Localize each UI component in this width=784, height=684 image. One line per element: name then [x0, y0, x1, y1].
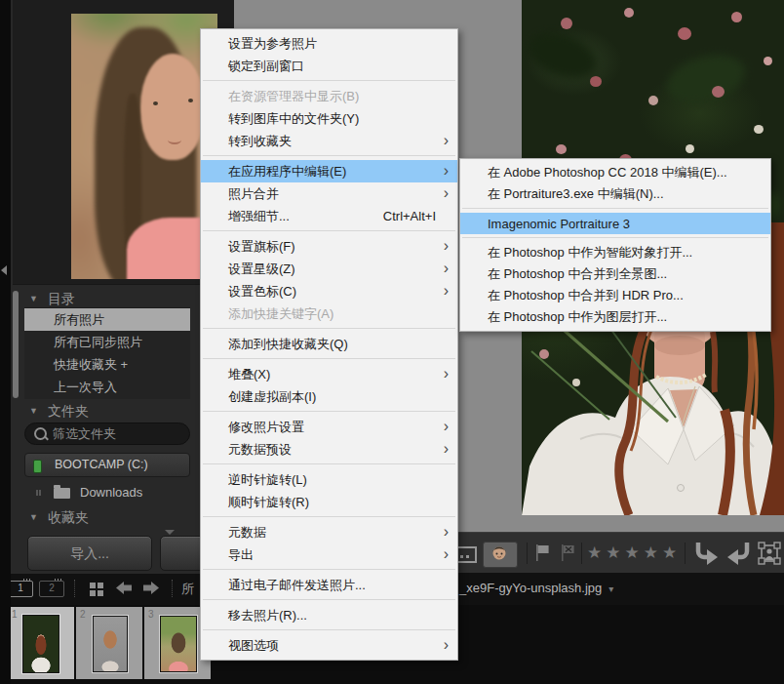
submenu-arrow-icon: ›	[444, 636, 449, 654]
volume-bootcamp[interactable]: BOOTCAMP (C:)	[24, 453, 190, 477]
catalog-item-all-photos[interactable]: 所有照片	[24, 308, 190, 331]
menu-item[interactable]: 修改照片设置 ›	[201, 416, 457, 438]
folder-filter-input[interactable]: 筛选文件夹	[24, 422, 190, 445]
filter-placeholder: 筛选文件夹	[53, 423, 116, 444]
menu-item[interactable]: 增强细节... Ctrl+Alt+I ›	[201, 205, 457, 227]
menu-item-label: 在 Portraiture3.exe 中编辑(N)...	[488, 185, 664, 203]
submenu-item[interactable]: 在 Portraiture3.exe 中编辑(N)... ›	[460, 183, 770, 205]
collapse-triangle-icon: ▼	[29, 402, 38, 420]
main-window-button[interactable]: 1	[8, 581, 33, 597]
folders-header[interactable]: ▼文件夹	[29, 402, 89, 420]
menu-item[interactable]: 移去照片(R)... ›	[201, 604, 457, 626]
menu-item[interactable]: 导出 ›	[201, 543, 457, 566]
photo-thumbnail[interactable]	[93, 616, 128, 672]
menu-item-label: 设置旗标(F)	[228, 238, 295, 256]
menu-item-label: 元数据预设	[228, 441, 292, 459]
menu-item[interactable]: 照片合并 ›	[201, 182, 457, 205]
menu-item[interactable]: 设置为参考照片 ›	[201, 32, 457, 55]
menu-item-label: 修改照片设置	[228, 419, 304, 436]
filmstrip-cell[interactable]: 1	[8, 607, 74, 679]
menu-item-label: 在资源管理器中显示(B)	[228, 88, 359, 105]
crop-overlay-icon[interactable]	[757, 541, 782, 566]
menu-item[interactable]: 创建虚拟副本(I) ›	[201, 385, 457, 408]
filename-dropdown-icon[interactable]: ▾	[608, 583, 613, 594]
context-menu: 设置为参考照片 › 锁定到副窗口 › 在资源管理器中显示(B) › 转到图库中的…	[200, 28, 458, 661]
menu-item-label: 创建虚拟副本(I)	[228, 388, 316, 406]
menu-item-label: 设置色标(C)	[228, 283, 296, 301]
star-rating[interactable]: ★★★★★	[587, 543, 681, 563]
next-photo-button[interactable]	[142, 581, 160, 595]
menu-item-label: 逆时针旋转(L)	[228, 471, 307, 489]
menu-item[interactable]: 通过电子邮件发送照片... ›	[201, 574, 457, 596]
menu-item[interactable]: 设置旗标(F) ›	[201, 235, 457, 258]
import-button[interactable]: 导入...	[27, 536, 152, 571]
flag-pick-icon[interactable]	[534, 543, 551, 562]
menu-item-label: 在 Photoshop 中作为智能对象打开...	[488, 244, 692, 262]
submenu-arrow-icon: ›	[444, 523, 449, 541]
submenu-item[interactable]: Imagenomic Portraiture 3 ›	[460, 213, 770, 234]
filmstrip-cell[interactable]: 2	[76, 607, 142, 679]
submenu-arrow-icon: ›	[444, 162, 449, 180]
submenu-arrow-icon: ›	[444, 132, 449, 149]
previous-photo-button[interactable]	[115, 581, 133, 595]
catalog-item-previous-import[interactable]: 上一次导入	[24, 376, 190, 398]
submenu-arrow-icon: ›	[444, 282, 449, 300]
submenu-item[interactable]: 在 Photoshop 中作为图层打开... ›	[460, 306, 770, 328]
menu-item-label: 添加快捷关键字(A)	[228, 305, 333, 323]
panel-hide-arrow-icon[interactable]	[1, 265, 7, 275]
menu-item[interactable]: 转到收藏夹 ›	[201, 130, 457, 152]
filename-label[interactable]: _xe9F-gyYo-unsplash.jpg▾	[459, 581, 613, 595]
menu-item[interactable]: 添加到快捷收藏夹(Q) ›	[201, 333, 457, 355]
menu-item[interactable]: 元数据预设 ›	[201, 438, 457, 461]
menu-item[interactable]: 逆时针旋转(L) ›	[201, 468, 457, 491]
volume-label: BOOTCAMP (C:)	[55, 454, 148, 476]
photo-thumbnail[interactable]	[22, 615, 59, 673]
panel-scrollbar[interactable]	[13, 291, 19, 398]
photo-index: 1	[12, 609, 18, 620]
flag-reject-icon[interactable]	[560, 543, 576, 562]
photo-index: 2	[80, 609, 86, 620]
menu-item[interactable]: 设置色标(C) ›	[201, 280, 457, 302]
secondary-window-button[interactable]: 2	[39, 581, 64, 597]
menu-item[interactable]: 视图选项 ›	[201, 634, 457, 657]
catalog-item-synced-photos[interactable]: 所有已同步照片	[24, 331, 190, 353]
navigator-preview-photo[interactable]	[71, 14, 217, 279]
submenu-arrow-icon: ›	[444, 545, 449, 563]
grid-view-icon[interactable]	[456, 546, 477, 563]
menu-item-label: Imagenomic Portraiture 3	[488, 217, 630, 231]
rotate-left-icon[interactable]	[692, 541, 720, 566]
menu-item[interactable]: 顺时针旋转(R) ›	[201, 491, 457, 513]
catalog-item-quick-collection[interactable]: 快捷收藏夹 +	[24, 353, 190, 376]
menu-item-label: 在 Adobe Photoshop CC 2018 中编辑(E)...	[488, 164, 727, 181]
catalog-header[interactable]: ▼目录	[29, 290, 75, 307]
menu-item[interactable]: 设置星级(Z) ›	[201, 258, 457, 280]
collapse-triangle-icon: ▼	[29, 508, 38, 526]
menu-item[interactable]: 在应用程序中编辑(E) ›	[201, 160, 457, 182]
grip-dots-icon	[36, 490, 38, 496]
grid-view-button[interactable]	[90, 583, 96, 588]
catalog-list: 所有照片 所有已同步照片 快捷收藏夹 + 上一次导入	[24, 307, 190, 399]
submenu-item[interactable]: 在 Photoshop 中作为智能对象打开... ›	[460, 242, 770, 263]
lightroom-window: ★★★★★ 1 2 所 _	[0, 0, 784, 684]
menu-item[interactable]: 锁定到副窗口 ›	[201, 55, 457, 77]
submenu-item[interactable]: 在 Photoshop 中合并到全景图... ›	[460, 263, 770, 285]
menu-item[interactable]: 在资源管理器中显示(B) ›	[201, 85, 457, 107]
rotate-right-icon[interactable]	[725, 541, 753, 566]
menu-item[interactable]: 堆叠(X) ›	[201, 363, 457, 385]
people-view-button[interactable]	[483, 542, 518, 568]
eye	[188, 99, 193, 102]
menu-item[interactable]: 元数据 ›	[201, 521, 457, 543]
menu-item-label: 元数据	[228, 524, 266, 542]
menu-item[interactable]: 添加快捷关键字(A) ›	[201, 302, 457, 325]
filmstrip-breadcrumb[interactable]: 所	[181, 581, 194, 598]
folder-item-downloads[interactable]: Downloads	[24, 482, 190, 503]
submenu-item[interactable]: 在 Adobe Photoshop CC 2018 中编辑(E)... ›	[460, 162, 770, 183]
photo-thumbnail[interactable]	[160, 616, 197, 672]
collections-header[interactable]: ▼收藏夹	[29, 508, 89, 526]
menu-item[interactable]: 转到图库中的文件夹(Y) ›	[201, 107, 457, 130]
separator	[74, 580, 75, 597]
panel-collapse-triangle-icon[interactable]	[165, 530, 175, 535]
separator	[172, 580, 173, 597]
submenu-item[interactable]: 在 Photoshop 中合并到 HDR Pro... ›	[460, 285, 770, 306]
edit-in-submenu: 在 Adobe Photoshop CC 2018 中编辑(E)... › 在 …	[459, 158, 771, 332]
